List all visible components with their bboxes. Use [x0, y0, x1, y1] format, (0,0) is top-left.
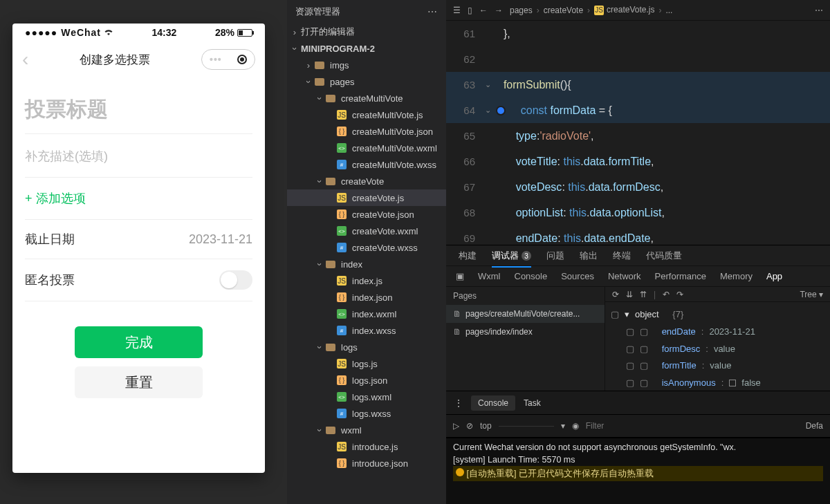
refresh-icon[interactable]: ⟳ — [612, 290, 619, 299]
file-node[interactable]: JSindex.js — [287, 272, 446, 289]
file-node[interactable]: JScreateVote.js — [287, 189, 446, 206]
close-icon[interactable] — [237, 55, 247, 64]
more-icon[interactable]: ⋯ — [427, 6, 438, 17]
reset-button[interactable]: 重置 — [75, 366, 203, 398]
end-date-row[interactable]: 截止日期 2023-11-21 — [25, 220, 252, 259]
folder-node[interactable]: ›pages — [287, 73, 446, 90]
console-output[interactable]: Current Wechat version do not support as… — [446, 438, 830, 504]
file-node[interactable]: { }createVote.json — [287, 206, 446, 223]
page-item[interactable]: 🗎pages/index/index — [446, 323, 605, 341]
eye-icon[interactable]: ◉ — [572, 421, 579, 431]
folder-node[interactable]: ›createVote — [287, 173, 446, 189]
tab-task[interactable]: Task — [524, 398, 541, 408]
file-node[interactable]: JScreateMultiVote.js — [287, 106, 446, 123]
tab-network[interactable]: Network — [608, 271, 641, 281]
pages-panel: Pages 🗎pages/createMultiVote/create...🗎p… — [446, 287, 605, 391]
tab-quality[interactable]: 代码质量 — [646, 250, 682, 262]
tab-memory[interactable]: Memory — [720, 271, 753, 281]
tab-sources[interactable]: Sources — [561, 271, 594, 281]
section-open-editors[interactable]: ›打开的编辑器 — [287, 24, 446, 40]
level-select[interactable]: Defa — [806, 421, 823, 431]
anonymous-switch[interactable] — [219, 270, 252, 290]
nav-back-icon[interactable]: ← — [479, 6, 488, 15]
tab-performance[interactable]: Performance — [655, 271, 706, 281]
explorer: 资源管理器 ⋯ ›打开的编辑器 ›MINIPROGRAM-2 ›imgs›pag… — [287, 0, 446, 504]
code-editor: ☰ ▯ ← → pages›createVote›JScreateVote.js… — [446, 0, 830, 245]
more-icon[interactable]: ⋯ — [815, 6, 823, 15]
appdata-row[interactable]: ▢ ▢ endDate : 2023-11-21 — [611, 324, 824, 341]
vote-desc-input[interactable]: 补充描述(选填) — [25, 134, 252, 178]
file-node[interactable]: <>createVote.wxml — [287, 223, 446, 239]
back-icon[interactable]: ‹ — [22, 48, 28, 71]
view-select[interactable]: Tree ▾ — [800, 290, 823, 299]
file-node[interactable]: #index.wxss — [287, 322, 446, 339]
explorer-title: 资源管理器 — [295, 6, 340, 18]
file-node[interactable]: #logs.wxss — [287, 405, 446, 422]
appdata-row[interactable]: ▢ ▢ isAnonymous : false — [611, 375, 824, 391]
bottom-tab-bar: 构建 调试器3 问题 输出 终端 代码质量 — [446, 245, 830, 266]
tab-console[interactable]: Console — [515, 271, 548, 281]
outline-icon[interactable]: ☰ — [453, 6, 461, 15]
file-node[interactable]: #createVote.wxss — [287, 239, 446, 256]
nav-bar: ‹ 创建多选投票 ••• — [12, 41, 265, 77]
inspect-icon[interactable]: ▣ — [456, 271, 464, 281]
file-node[interactable]: { }logs.json — [287, 372, 446, 389]
devtools-tab-bar: ▣ Wxml Console Sources Network Performan… — [446, 266, 830, 287]
file-node[interactable]: <>index.wxml — [287, 306, 446, 322]
tab-terminal[interactable]: 终端 — [613, 250, 631, 262]
expand-icon[interactable]: ⇊ — [626, 290, 633, 299]
tab-build[interactable]: 构建 — [459, 250, 477, 262]
tab-wxml[interactable]: Wxml — [478, 271, 501, 281]
file-node[interactable]: { }createMultiVote.json — [287, 123, 446, 140]
battery: 28% — [215, 27, 252, 38]
folder-node[interactable]: ›createMultiVote — [287, 90, 446, 106]
file-node[interactable]: { }index.json — [287, 289, 446, 306]
capsule-button[interactable]: ••• — [201, 49, 255, 70]
breadcrumb[interactable]: pages›createVote›JScreateVote.js›... — [510, 5, 672, 15]
add-option-button[interactable]: + 添加选项 — [25, 178, 252, 220]
clock: 14:32 — [152, 27, 177, 38]
appdata-row[interactable]: ▢ ▢ formTitle : value — [611, 357, 824, 375]
folder-node[interactable]: ›imgs — [287, 57, 446, 73]
drag-icon[interactable]: ⋮ — [454, 398, 463, 408]
file-node[interactable]: <>createMultiVote.wxml — [287, 140, 446, 156]
end-date-label: 截止日期 — [25, 231, 75, 248]
anonymous-row: 匿名投票 — [25, 259, 252, 301]
file-node[interactable]: <>logs.wxml — [287, 389, 446, 405]
tab-appdata[interactable]: App — [766, 271, 782, 281]
page-item[interactable]: 🗎pages/createMultiVote/create... — [446, 305, 605, 323]
simulator: ●●●●● WeChat 14:32 28% ‹ 创建多选投票 ••• 投票标题… — [12, 24, 265, 473]
redo-icon[interactable]: ↷ — [676, 290, 683, 299]
explorer-header: 资源管理器 ⋯ — [287, 0, 446, 24]
context-select[interactable]: top — [480, 421, 492, 431]
vote-title-input[interactable]: 投票标题 — [25, 87, 252, 134]
tab-debugger[interactable]: 调试器3 — [492, 250, 531, 262]
file-node[interactable]: JSlogs.js — [287, 355, 446, 372]
tab-problems[interactable]: 问题 — [546, 250, 564, 262]
appdata-tree[interactable]: ▢ ▾ object {7}▢ ▢ endDate : 2023-11-21▢ … — [605, 302, 830, 391]
end-date-value: 2023-11-21 — [189, 232, 252, 247]
appdata-row[interactable]: ▢ ▢ formDesc : value — [611, 341, 824, 358]
tab-console-drawer[interactable]: Console — [471, 395, 515, 411]
submit-button[interactable]: 完成 — [75, 326, 203, 358]
play-icon[interactable]: ▷ — [453, 421, 459, 431]
collapse-icon[interactable]: ⇈ — [640, 290, 647, 299]
bookmark-icon[interactable]: ▯ — [468, 6, 472, 15]
section-project[interactable]: ›MINIPROGRAM-2 — [287, 40, 446, 57]
console-tab-strip: ⋮ Console Task — [446, 391, 830, 414]
folder-node[interactable]: ›logs — [287, 339, 446, 355]
file-node[interactable]: { }introduce.json — [287, 455, 446, 472]
file-node[interactable]: JSintroduce.js — [287, 438, 446, 455]
tab-output[interactable]: 输出 — [580, 250, 598, 262]
file-node[interactable]: #createMultiVote.wxss — [287, 156, 446, 173]
code-body[interactable]: 61 },6263⌄ formSubmit(){64⌄ const formDa… — [446, 21, 830, 251]
console-filter-input[interactable] — [586, 421, 799, 431]
nav-fwd-icon[interactable]: → — [495, 6, 503, 15]
page-title: 创建多选投票 — [80, 52, 150, 68]
folder-node[interactable]: ›wxml — [287, 422, 446, 438]
editor-toolbar: ☰ ▯ ← → pages›createVote›JScreateVote.js… — [446, 0, 830, 21]
clear-icon[interactable]: ⊘ — [466, 421, 473, 431]
undo-icon[interactable]: ↶ — [663, 290, 670, 299]
folder-node[interactable]: ›index — [287, 256, 446, 272]
menu-icon[interactable]: ••• — [210, 54, 222, 65]
